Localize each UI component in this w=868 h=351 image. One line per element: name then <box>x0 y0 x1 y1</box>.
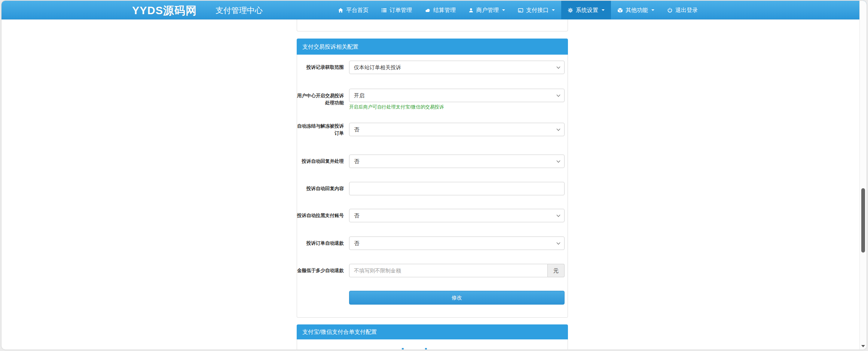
nav-item-label: 退出登录 <box>675 7 698 14</box>
nav-item-label: 商户管理 <box>476 7 499 14</box>
card-icon <box>518 7 523 13</box>
nav-item-settlement-management[interactable]: 结算管理 <box>418 1 462 19</box>
auto-reply-content-input[interactable] <box>349 182 565 195</box>
scrollbar[interactable] <box>859 1 867 350</box>
complaint-panel-body: 投诉记录获取范围 仅本站订单相关投诉 用户中心开启交易投诉处理功能 开启 <box>297 55 568 318</box>
nav-item-platform-home[interactable]: 平台首页 <box>331 1 375 19</box>
auto-reply-handle-select[interactable]: 否 <box>349 155 565 168</box>
top-navbar: YYDS源码网 支付管理中心 平台首页 订单管理 结算管理 <box>1 1 867 19</box>
nav-item-label: 支付接口 <box>526 7 548 14</box>
currency-unit-addon: 元 <box>548 264 565 277</box>
user-icon <box>468 7 474 13</box>
nav-menu: 平台首页 订单管理 结算管理 商户管理 <box>331 1 704 19</box>
submit-button[interactable]: 修改 <box>349 291 565 305</box>
previous-panel-bottom <box>297 19 568 31</box>
gear-icon <box>568 7 573 13</box>
nav-item-system-settings[interactable]: 系统设置 <box>561 1 611 19</box>
chevron-down-icon <box>552 9 555 11</box>
combined-payment-panel-header: 支付宝/微信支付合单支付配置 <box>297 324 568 339</box>
nav-item-label: 结算管理 <box>433 7 456 14</box>
field-label: 自动冻结与解冻被投诉订单 <box>297 123 344 137</box>
nav-item-other-functions[interactable]: 其他功能 <box>611 1 661 19</box>
form-row-auto-refund: 投诉订单自动退款 否 <box>297 236 565 250</box>
nav-item-order-management[interactable]: 订单管理 <box>375 1 418 19</box>
nav-item-label: 其他功能 <box>626 7 648 14</box>
page-title: 支付管理中心 <box>216 1 263 19</box>
nav-item-logout[interactable]: 退出登录 <box>661 1 704 19</box>
field-label: 用户中心开启交易投诉处理功能 <box>297 89 344 110</box>
form-row-complaint-scope: 投诉记录获取范围 仅本站订单相关投诉 <box>297 61 565 74</box>
field-label: 金额低于多少自动退款 <box>297 264 344 277</box>
field-label: 投诉自动回复并处理 <box>297 155 344 168</box>
field-label: 投诉记录获取范围 <box>297 61 344 74</box>
field-label: 投诉自动回复内容 <box>297 182 344 195</box>
form-row-auto-reply-content: 投诉自动回复内容 <box>297 182 565 195</box>
nav-item-label: 系统设置 <box>576 7 598 14</box>
cutoff-element-marker <box>425 348 427 350</box>
nav-item-merchant-management[interactable]: 商户管理 <box>462 1 511 19</box>
form-row-user-center-complaint: 用户中心开启交易投诉处理功能 开启 开启后商户可自行处理支付宝/微信的交易投诉 <box>297 89 565 110</box>
refund-amount-input[interactable] <box>349 264 548 277</box>
auto-freeze-select[interactable]: 否 <box>349 123 565 136</box>
auto-blacklist-select[interactable]: 否 <box>349 209 565 222</box>
form-row-refund-amount: 金额低于多少自动退款 元 <box>297 264 565 277</box>
complaint-scope-select[interactable]: 仅本站订单相关投诉 <box>349 61 565 74</box>
page-frame: YYDS源码网 支付管理中心 平台首页 订单管理 结算管理 <box>1 1 867 350</box>
home-icon <box>338 7 343 13</box>
cloud-icon <box>425 7 431 13</box>
help-text: 开启后商户可自行处理支付宝/微信的交易投诉 <box>349 104 565 110</box>
user-center-complaint-select[interactable]: 开启 <box>349 89 565 102</box>
field-label: 投诉自动拉黑支付账号 <box>297 209 344 222</box>
chevron-down-icon <box>602 9 605 11</box>
cube-icon <box>617 7 623 13</box>
chevron-down-icon <box>651 9 654 11</box>
scrollbar-down-arrow[interactable] <box>861 345 865 347</box>
complaint-panel-header: 支付交易投诉相关配置 <box>297 39 568 55</box>
form-row-auto-blacklist: 投诉自动拉黑支付账号 否 <box>297 209 565 222</box>
auto-refund-select[interactable]: 否 <box>349 236 565 250</box>
form-row-auto-reply-handle: 投诉自动回复并处理 否 <box>297 155 565 168</box>
nav-item-label: 平台首页 <box>346 7 369 14</box>
chevron-down-icon <box>502 9 505 11</box>
cutoff-element-marker <box>402 348 404 350</box>
form-row-auto-freeze: 自动冻结与解冻被投诉订单 否 <box>297 123 565 137</box>
scrollbar-thumb[interactable] <box>861 188 865 253</box>
nav-item-label: 订单管理 <box>389 7 412 14</box>
brand-logo[interactable]: YYDS源码网 <box>132 1 197 19</box>
list-icon <box>381 7 387 13</box>
field-label: 投诉订单自动退款 <box>297 236 344 250</box>
nav-item-payment-interface[interactable]: 支付接口 <box>511 1 561 19</box>
power-icon <box>667 7 673 13</box>
combined-payment-panel-body <box>297 339 568 350</box>
